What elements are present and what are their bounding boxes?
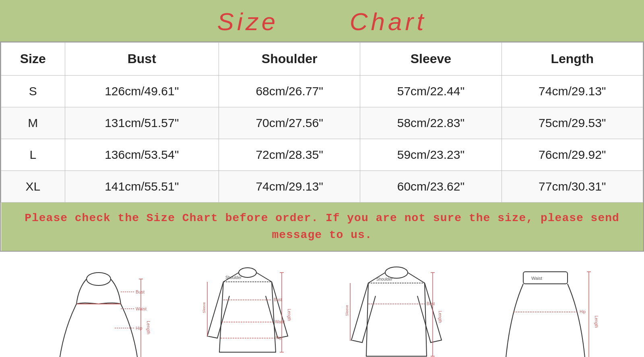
svg-text:Length: Length [594,316,599,328]
table-cell: 57cm/22.44" [360,76,502,107]
title-size: Size [217,8,279,35]
table-row: M131cm/51.57"70cm/27.56"58cm/22.83"75cm/… [1,107,643,139]
notice-text: Please check the Size Chart before order… [1,203,643,251]
table-row: L136cm/53.54"72cm/28.35"59cm/23.23"76cm/… [1,139,643,171]
table-header-row: Size Bust Shoulder Sleeve Length [1,43,643,76]
table-row: S126cm/49.61"68cm/26.77"57cm/22.44"74cm/… [1,76,643,107]
svg-text:Bust: Bust [136,289,144,294]
long-sleeve-shirt-illustration: Shoulder Bust Waist Hip [182,264,313,357]
table-cell: 77cm/30.31" [502,171,643,203]
col-bust: Bust [65,43,219,76]
table-cell: 74cm/29.13" [219,171,360,203]
svg-text:Shoulder: Shoulder [376,277,393,281]
table-cell: L [1,139,65,171]
svg-text:Waist: Waist [531,276,542,281]
size-chart-header: Size Chart [0,0,644,41]
dress-svg: Bust Waist Hip Length [54,264,143,357]
illustrations-section: Bust Waist Hip Length Shoulder [0,252,644,357]
col-size: Size [1,43,65,76]
skirt-svg: Waist Hip Length [501,264,590,357]
title-chart: Chart [350,8,427,35]
size-chart-table-wrapper: Size Bust Shoulder Sleeve Length S126cm/… [0,41,644,252]
svg-text:Bust: Bust [427,302,435,306]
notice-row: Please check the Size Chart before order… [1,203,643,251]
col-sleeve: Sleeve [360,43,502,76]
svg-text:Length: Length [438,311,442,323]
svg-text:Hip: Hip [136,326,142,330]
svg-text:Length: Length [287,309,291,321]
table-cell: 131cm/51.57" [65,107,219,139]
table-row: XL141cm/55.51"74cm/29.13"60cm/23.62"77cm… [1,171,643,203]
page-title: Size Chart [0,7,644,36]
svg-point-0 [87,273,111,285]
svg-text:Sleeve: Sleeve [202,302,206,313]
table-cell: 70cm/27.56" [219,107,360,139]
table-cell: 136cm/53.54" [65,139,219,171]
col-length: Length [502,43,643,76]
table-cell: M [1,107,65,139]
page-wrapper: Size Chart Size Bust Shoulder Sleeve Len… [0,0,644,357]
sweatshirt-svg: Shoulder Bust Length Sleeve [348,264,445,357]
table-cell: 126cm/49.61" [65,76,219,107]
svg-text:Hip: Hip [580,310,586,314]
svg-text:Bust: Bust [274,298,282,302]
dress-illustration: Bust Waist Hip Length [33,264,164,357]
table-cell: 72cm/28.35" [219,139,360,171]
svg-point-27 [385,267,408,278]
size-chart-table: Size Bust Shoulder Sleeve Length S126cm/… [1,42,643,251]
table-cell: 75cm/29.53" [502,107,643,139]
table-cell: 58cm/22.83" [360,107,502,139]
table-cell: 68cm/26.77" [219,76,360,107]
table-cell: 76cm/29.92" [502,139,643,171]
svg-text:Hip: Hip [276,336,282,340]
long-sleeve-shirt-svg: Shoulder Bust Waist Hip [203,264,292,357]
svg-text:Sleeve: Sleeve [345,305,349,316]
skirt-illustration: Waist Hip Length [480,264,611,357]
svg-text:Waist: Waist [275,320,285,324]
sweatshirt-illustration: Shoulder Bust Length Sleeve [331,264,462,357]
table-cell: 141cm/55.51" [65,171,219,203]
table-cell: S [1,76,65,107]
table-cell: 74cm/29.13" [502,76,643,107]
table-cell: 60cm/23.62" [360,171,502,203]
table-cell: 59cm/23.23" [360,139,502,171]
svg-rect-38 [523,272,568,284]
col-shoulder: Shoulder [219,43,360,76]
svg-text:Length: Length [146,321,151,334]
table-cell: XL [1,171,65,203]
